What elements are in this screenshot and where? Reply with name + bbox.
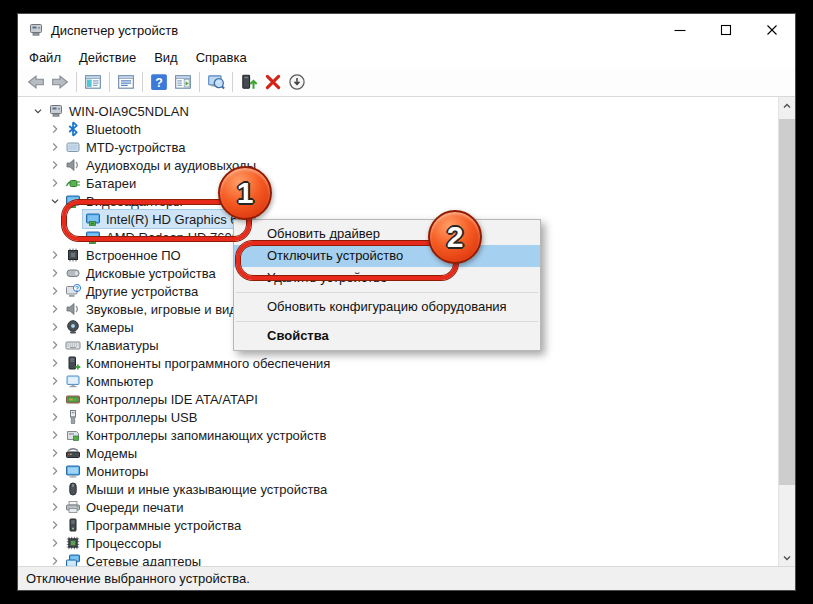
tree-row[interactable]: Модемы [18,444,778,462]
vertical-scrollbar[interactable] [778,97,795,566]
chevron-right-icon[interactable] [47,337,63,353]
tree-row[interactable]: Сетевые адаптеры [18,552,778,566]
maximize-button[interactable] [703,14,749,46]
tree-item[interactable]: Батареи [63,174,136,192]
tree-item[interactable]: Видеоадаптеры [63,192,183,210]
forward-icon[interactable] [48,70,72,94]
tree-item[interactable]: Дисковые устройства [63,264,216,282]
video-icon [85,211,101,227]
action-pane-icon[interactable] [171,70,195,94]
tree-row[interactable]: Батареи [18,174,778,192]
tree-item[interactable]: Камеры [63,318,134,336]
context-menu-item[interactable]: Отключить устройство [234,245,540,267]
tree-item[interactable]: Модемы [63,444,137,462]
tree-row[interactable]: Видеоадаптеры [18,192,778,210]
chevron-right-icon[interactable] [47,247,63,263]
chevron-right-icon[interactable] [47,301,63,317]
tree-row[interactable]: Аудиовходы и аудиовыходы [18,156,778,174]
chevron-down-icon[interactable] [30,103,46,119]
tree-item[interactable]: Сетевые адаптеры [63,552,201,566]
chevron-right-icon[interactable] [47,499,63,515]
chevron-right-icon[interactable] [47,535,63,551]
tree-row[interactable]: MTD-устройства [18,138,778,156]
chevron-right-icon[interactable] [47,427,63,443]
back-icon[interactable] [24,70,48,94]
tree-row[interactable]: WIN-OIA9C5NDLAN [18,102,778,120]
help-icon[interactable]: ? [147,70,171,94]
tree-item[interactable]: Компьютер [63,372,153,390]
chevron-right-icon[interactable] [47,373,63,389]
tree-item[interactable]: Контроллеры IDE ATA/ATAPI [63,390,258,408]
close-button[interactable] [749,14,795,46]
chevron-right-icon[interactable] [47,265,63,281]
toolbar-separator [142,72,143,92]
chevron-right-icon[interactable] [47,553,63,566]
tree-item-selected[interactable]: Intel(R) HD Graphics 620 [83,210,255,228]
tree-row[interactable]: Очереди печати [18,498,778,516]
chevron-right-icon[interactable] [47,139,63,155]
chevron-right-icon[interactable] [47,409,63,425]
tree-item[interactable]: Процессоры [63,534,161,552]
chevron-right-icon[interactable] [47,355,63,371]
menu-view[interactable]: Вид [145,48,187,67]
tree-row[interactable]: Мониторы [18,462,778,480]
chevron-right-icon[interactable] [47,121,63,137]
context-menu-item[interactable]: Обновить конфигурацию оборудования [234,296,540,318]
tree-item-label: Видеоадаптеры [86,194,183,209]
minimize-button[interactable] [657,14,703,46]
chevron-right-icon[interactable] [47,283,63,299]
tree-item[interactable]: Аудиовходы и аудиовыходы [63,156,256,174]
menu-help[interactable]: Справка [187,48,256,67]
chevron-right-icon[interactable] [47,157,63,173]
unknown-device-icon: ? [65,283,81,299]
scroll-down-icon[interactable] [779,549,795,566]
chevron-right-icon[interactable] [47,517,63,533]
chevron-right-icon[interactable] [47,445,63,461]
tree-row[interactable]: Контроллеры USB [18,408,778,426]
tree-row[interactable]: Контроллеры IDE ATA/ATAPI [18,390,778,408]
chevron-right-icon[interactable] [47,319,63,335]
properties-icon[interactable] [114,70,138,94]
tree-row[interactable]: Bluetooth [18,120,778,138]
network-icon [65,553,81,566]
chevron-right-icon[interactable] [47,481,63,497]
tree-row[interactable]: Процессоры [18,534,778,552]
console-tree-icon[interactable] [81,70,105,94]
chevron-right-icon[interactable] [47,463,63,479]
tree-item[interactable]: MTD-устройства [63,138,185,156]
tree-indent [67,229,83,245]
tree-row[interactable]: Компоненты программного обеспечения [18,354,778,372]
tree-item[interactable]: Программные устройства [63,516,241,534]
tree-item[interactable]: Контроллеры USB [63,408,197,426]
chevron-right-icon[interactable] [47,175,63,191]
tree-item[interactable]: Контроллеры запоминающих устройств [63,426,326,444]
tree-item[interactable]: Мониторы [63,462,148,480]
tree-item[interactable]: Bluetooth [63,120,141,138]
chevron-right-icon[interactable] [47,391,63,407]
tree-item[interactable]: Встроенное ПО [63,246,181,264]
chevron-down-icon[interactable] [47,193,63,209]
uninstall-device-icon[interactable] [261,70,285,94]
tree-item[interactable]: Мыши и иные указывающие устройства [63,480,327,498]
tree-row[interactable]: Контроллеры запоминающих устройств [18,426,778,444]
battery-icon [65,175,81,191]
menu-action[interactable]: Действие [70,48,145,67]
menu-file[interactable]: Файл [20,48,70,67]
scrollbar-thumb[interactable] [779,119,795,485]
context-menu-item[interactable]: Обновить драйвер [234,223,540,245]
tree-row[interactable]: Компьютер [18,372,778,390]
disable-device-icon[interactable] [285,70,309,94]
tree-item[interactable]: ?Другие устройства [63,282,198,300]
update-driver-icon[interactable] [237,70,261,94]
tree-item[interactable]: Компоненты программного обеспечения [63,354,330,372]
tree-item[interactable]: Клавиатуры [63,336,159,354]
scroll-up-icon[interactable] [779,97,795,114]
tree-row[interactable]: Программные устройства [18,516,778,534]
tree-item[interactable]: WIN-OIA9C5NDLAN [46,102,189,120]
context-menu-item[interactable]: Свойства [234,325,540,347]
tree-row[interactable]: Мыши и иные указывающие устройства [18,480,778,498]
context-menu-item[interactable]: Удалить устройство [234,267,540,289]
tree-item[interactable]: AMD Radeon HD 7600M [83,228,250,246]
tree-item[interactable]: Очереди печати [63,498,184,516]
scan-hardware-icon[interactable] [204,70,228,94]
